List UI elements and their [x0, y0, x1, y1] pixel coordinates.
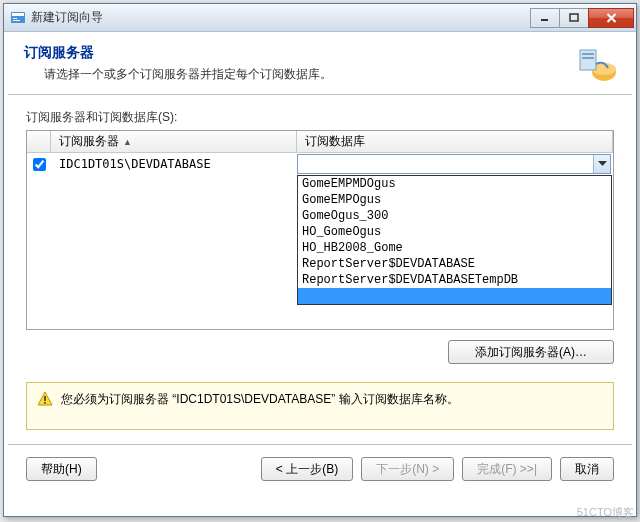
warning-text: 您必须为订阅服务器 “IDC1DT01S\DEVDATABASE” 输入订阅数据…	[61, 391, 459, 408]
chevron-down-icon	[598, 161, 607, 167]
list-item[interactable]: HO_GomeOgus	[298, 224, 611, 240]
svg-rect-12	[44, 402, 46, 404]
database-dropdown-list: GomeEMPMDOgus GomeEMPOgus GomeOgus_300 H…	[297, 175, 612, 305]
window-controls	[531, 8, 634, 28]
svg-rect-2	[13, 18, 17, 19]
server-name: IDC1DT01S\DEVDATABASE	[51, 157, 297, 171]
database-cell: GomeEMPMDOgus GomeEMPOgus GomeOgus_300 H…	[297, 154, 613, 174]
svg-rect-9	[582, 53, 594, 55]
svg-rect-3	[13, 20, 20, 21]
grid-header: 订阅服务器▲ 订阅数据库	[27, 131, 613, 153]
page-title: 订阅服务器	[24, 44, 574, 62]
list-item-selected[interactable]	[298, 288, 611, 304]
close-button[interactable]	[588, 8, 634, 28]
cancel-button[interactable]: 取消	[560, 457, 614, 481]
list-item[interactable]: GomeEMPOgus	[298, 192, 611, 208]
finish-button[interactable]: 完成(F) >>|	[462, 457, 552, 481]
minimize-button[interactable]	[530, 8, 560, 28]
maximize-button[interactable]	[559, 8, 589, 28]
list-item[interactable]: ReportServer$DEVDATABASE	[298, 256, 611, 272]
database-combobox[interactable]	[297, 154, 611, 174]
column-database[interactable]: 订阅数据库	[297, 131, 613, 152]
watermark: 51CTO博客	[577, 505, 634, 520]
list-item[interactable]: GomeEMPMDOgus	[298, 176, 611, 192]
window-title: 新建订阅向导	[31, 9, 531, 26]
list-item[interactable]: ReportServer$DEVDATABASETempDB	[298, 272, 611, 288]
svg-rect-10	[582, 57, 594, 59]
combobox-dropdown-button[interactable]	[593, 155, 610, 173]
app-icon	[10, 10, 26, 26]
help-button[interactable]: 帮助(H)	[26, 457, 97, 481]
wizard-footer: 帮助(H) < 上一步(B) 下一步(N) > 完成(F) >>| 取消	[4, 445, 636, 493]
header-check-col	[27, 131, 51, 152]
row-checkbox[interactable]	[33, 158, 46, 171]
add-server-button[interactable]: 添加订阅服务器(A)…	[448, 340, 614, 364]
wizard-header: 订阅服务器 请选择一个或多个订阅服务器并指定每个订阅数据库。	[4, 32, 636, 94]
next-button[interactable]: 下一步(N) >	[361, 457, 454, 481]
subscriber-grid: 订阅服务器▲ 订阅数据库 IDC1DT01S\DEVDATABASE GomeE…	[26, 130, 614, 330]
warning-panel: 您必须为订阅服务器 “IDC1DT01S\DEVDATABASE” 输入订阅数据…	[26, 382, 614, 430]
table-row: IDC1DT01S\DEVDATABASE GomeEMPMDOgus Gome…	[27, 153, 613, 175]
titlebar[interactable]: 新建订阅向导	[4, 4, 636, 32]
header-icon	[574, 44, 618, 84]
back-button[interactable]: < 上一步(B)	[261, 457, 353, 481]
svg-rect-11	[44, 396, 46, 401]
content-area: 订阅服务器和订阅数据库(S): 订阅服务器▲ 订阅数据库 IDC1DT01S\D…	[4, 95, 636, 370]
list-item[interactable]: HO_HB2008_Gome	[298, 240, 611, 256]
list-item[interactable]: GomeOgus_300	[298, 208, 611, 224]
grid-label: 订阅服务器和订阅数据库(S):	[26, 109, 614, 126]
page-subtitle: 请选择一个或多个订阅服务器并指定每个订阅数据库。	[44, 66, 574, 83]
add-server-row: 添加订阅服务器(A)…	[26, 340, 614, 364]
sort-asc-icon: ▲	[123, 137, 132, 147]
svg-rect-1	[12, 13, 24, 16]
svg-rect-5	[570, 14, 578, 21]
warning-icon	[37, 391, 53, 407]
column-server[interactable]: 订阅服务器▲	[51, 131, 297, 152]
row-checkbox-cell	[27, 158, 51, 171]
wizard-window: 新建订阅向导 订阅服务器 请选择一个或多个订阅服务器并指定每个订阅数据库。 订阅…	[3, 3, 637, 517]
